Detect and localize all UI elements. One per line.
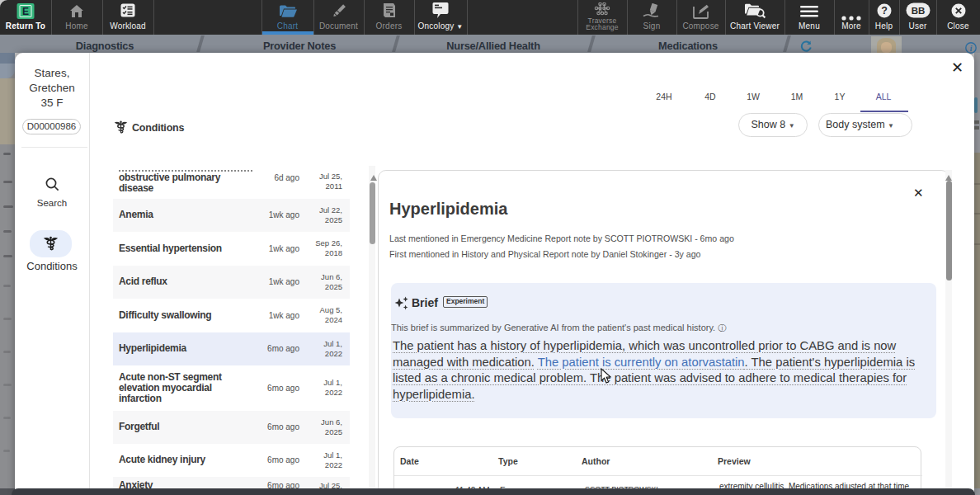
svg-text:?: ? <box>881 5 888 16</box>
svg-text:i: i <box>970 45 973 53</box>
svg-text:BB: BB <box>911 6 925 16</box>
